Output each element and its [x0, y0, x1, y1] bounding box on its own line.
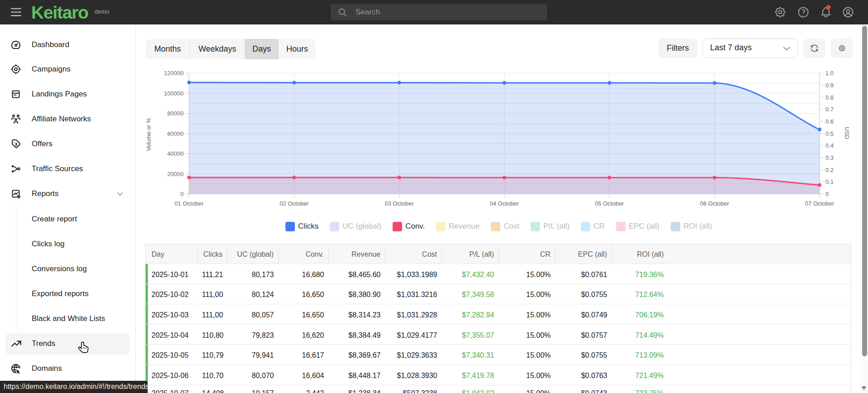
svg-text:07 October: 07 October — [805, 200, 835, 207]
svg-text:06 October: 06 October — [700, 200, 730, 207]
svg-text:20000: 20000 — [167, 171, 184, 177]
svg-text:0.6: 0.6 — [825, 118, 834, 125]
svg-text:0.9: 0.9 — [825, 82, 834, 89]
svg-text:03 October: 03 October — [385, 200, 414, 207]
svg-text:USD: USD — [844, 127, 850, 139]
svg-text:01 October: 01 October — [175, 200, 204, 207]
svg-text:0.3: 0.3 — [825, 154, 834, 161]
svg-text:02 October: 02 October — [280, 200, 309, 207]
svg-text:0.8: 0.8 — [825, 94, 834, 101]
svg-text:05 October: 05 October — [595, 200, 624, 207]
svg-text:60000: 60000 — [167, 130, 184, 137]
svg-text:100000: 100000 — [164, 90, 184, 97]
svg-text:1.0: 1.0 — [825, 70, 834, 77]
svg-text:0: 0 — [180, 191, 184, 197]
svg-text:0.1: 0.1 — [825, 178, 834, 185]
svg-text:0.4: 0.4 — [825, 142, 834, 149]
svg-text:0.7: 0.7 — [825, 106, 834, 113]
svg-text:0.2: 0.2 — [825, 167, 834, 173]
svg-text:0: 0 — [825, 191, 829, 197]
svg-text:0.5: 0.5 — [825, 130, 834, 137]
svg-text:40000: 40000 — [167, 150, 184, 157]
svg-text:80000: 80000 — [167, 110, 184, 117]
svg-text:Volume or %: Volume or % — [145, 118, 152, 151]
svg-text:120000: 120000 — [164, 70, 184, 77]
svg-text:04 October: 04 October — [490, 200, 519, 207]
